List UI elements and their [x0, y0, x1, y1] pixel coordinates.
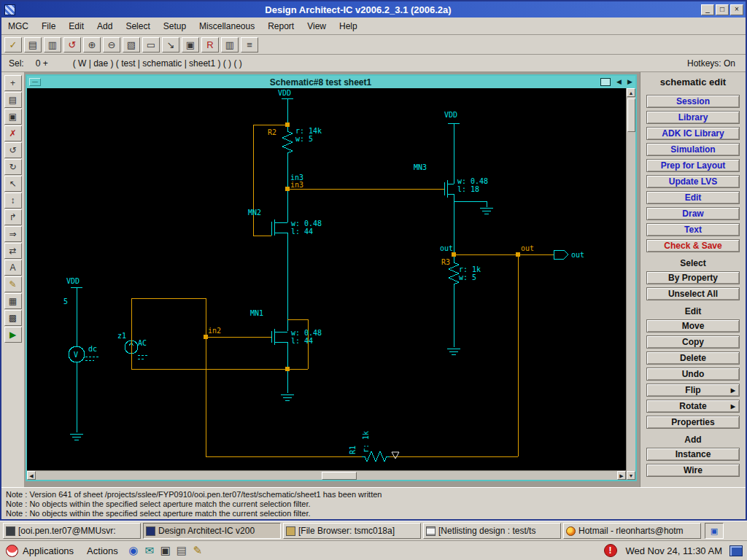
notepad-icon[interactable]: ≡: [241, 37, 258, 52]
stretch-icon[interactable]: ↕: [4, 192, 22, 209]
swap-icon[interactable]: ⇄: [4, 243, 22, 259]
save-sheet-icon[interactable]: ▥: [44, 37, 61, 52]
pointer-icon[interactable]: ↖: [4, 176, 22, 192]
close-button[interactable]: ×: [730, 4, 743, 15]
redo-icon[interactable]: ↻: [4, 159, 22, 175]
move-icon[interactable]: +: [4, 75, 22, 91]
flip-button[interactable]: Flip ▶: [646, 384, 740, 397]
delete-button[interactable]: Delete: [646, 351, 740, 365]
check-sheet-icon[interactable]: ✓: [4, 37, 22, 52]
horizontal-scrollbar[interactable]: ◀ ▶: [27, 470, 626, 480]
sheets-icon[interactable]: ▣: [182, 37, 199, 52]
scroll-up-icon[interactable]: ▲: [627, 88, 635, 97]
edit-button[interactable]: Edit: [646, 191, 740, 204]
undo-icon[interactable]: ↺: [4, 142, 22, 158]
taskbar-window-hotmail[interactable]: Hotmail - rleonharts@hotm: [563, 523, 701, 539]
by-property-button[interactable]: By Property: [646, 271, 740, 284]
adk-ic-library-button[interactable]: ADK IC Library: [646, 127, 740, 140]
run-icon[interactable]: ▶: [4, 327, 22, 343]
pan-icon[interactable]: ↘: [162, 37, 179, 52]
route-icon[interactable]: ↱: [4, 209, 22, 225]
minimize-button[interactable]: _: [701, 4, 714, 15]
property-r2-width: w: 5: [295, 135, 313, 143]
nav-forward-icon[interactable]: ▶: [624, 77, 635, 87]
taskbar-window-terminal[interactable]: [ooi.pen.ter07@MMUsvr:: [3, 523, 141, 539]
horizontal-scroll-thumb[interactable]: [322, 472, 357, 480]
grid-icon[interactable]: ▩: [4, 310, 22, 326]
nav-back-icon[interactable]: ◀: [614, 77, 624, 87]
printer-icon[interactable]: ▤: [174, 542, 190, 559]
window-menu-icon[interactable]: —: [29, 78, 41, 86]
library-button[interactable]: Library: [646, 111, 740, 124]
instance-button[interactable]: Instance: [646, 448, 740, 461]
select-sheet-icon[interactable]: ▤: [4, 92, 22, 108]
scroll-down-icon[interactable]: ▼: [627, 471, 635, 480]
instance-label-r2: R2: [268, 128, 276, 136]
actions-menu[interactable]: Actions: [80, 545, 125, 556]
add-instance-icon[interactable]: R: [201, 37, 219, 52]
prep-for-layout-button[interactable]: Prep for Layout: [646, 159, 740, 172]
probe-marker: [392, 452, 399, 459]
open-sheet-icon[interactable]: ▤: [24, 37, 42, 52]
copy-button[interactable]: Copy: [646, 335, 740, 349]
web-browser-icon[interactable]: ◉: [125, 542, 142, 559]
taskbar-window-file-browser[interactable]: [File Browser: tsmc018a]: [283, 523, 421, 539]
check-and-save-button[interactable]: Check & Save: [646, 239, 740, 252]
menu-setup[interactable]: Setup: [157, 19, 193, 34]
scroll-left-icon[interactable]: ◀: [27, 471, 36, 480]
menu-file[interactable]: File: [35, 19, 62, 34]
pencil-icon[interactable]: ✎: [4, 276, 22, 292]
applications-menu-icon[interactable]: [6, 545, 18, 557]
menu-select[interactable]: Select: [119, 19, 156, 34]
session-button[interactable]: Session: [646, 95, 740, 108]
tray-display-icon[interactable]: ▣: [705, 523, 724, 539]
properties-button[interactable]: Properties: [646, 416, 740, 429]
copy-icon[interactable]: ▣: [4, 109, 22, 125]
menu-mgc[interactable]: MGC: [1, 19, 35, 34]
viewport-icon[interactable]: [600, 78, 611, 86]
properties-icon[interactable]: ▦: [4, 293, 22, 309]
menu-view[interactable]: View: [301, 19, 333, 34]
unselect-all-button[interactable]: Unselect All: [646, 287, 740, 300]
bus-icon[interactable]: ⇒: [4, 226, 22, 242]
draw-button[interactable]: Draw: [646, 207, 740, 220]
alert-notification-icon[interactable]: !: [604, 544, 617, 557]
vertical-scrollbar[interactable]: ▲ ▼: [626, 88, 635, 480]
menu-edit[interactable]: Edit: [62, 19, 90, 34]
menu-add[interactable]: Add: [90, 19, 119, 34]
scroll-right-icon[interactable]: ▶: [617, 471, 626, 480]
submenu-arrow-icon: ▶: [731, 387, 735, 394]
columns-icon[interactable]: ▥: [221, 37, 239, 52]
monitor-icon[interactable]: ▣: [158, 542, 174, 559]
net-label-out-selected: out: [521, 244, 534, 252]
zoom-out-icon[interactable]: ⊖: [103, 37, 120, 52]
view-all-icon[interactable]: ▭: [142, 37, 160, 52]
move-button[interactable]: Move: [646, 319, 740, 332]
update-lvs-button[interactable]: Update LVS: [646, 175, 740, 188]
zoom-in-icon[interactable]: ⊕: [83, 37, 101, 52]
maximize-button[interactable]: □: [716, 4, 729, 15]
applications-menu[interactable]: Applications: [23, 545, 80, 556]
menu-miscellaneous[interactable]: Miscellaneous: [193, 19, 261, 34]
rotate-button[interactable]: Rotate ▶: [646, 400, 740, 413]
zoom-area-icon[interactable]: ▧: [123, 37, 140, 52]
menu-help[interactable]: Help: [333, 19, 364, 34]
undo-icon[interactable]: ↺: [63, 37, 81, 52]
text-icon[interactable]: A: [4, 260, 22, 276]
delete-icon[interactable]: ✗: [4, 125, 22, 141]
instance-label-z1: z1: [117, 332, 126, 340]
undo-button[interactable]: Undo: [646, 368, 740, 381]
vertical-scroll-thumb[interactable]: [627, 98, 635, 132]
taskbar-window-design-architect[interactable]: Design Architect-IC v200: [143, 523, 281, 539]
property-r2-resistance: r: 14k: [295, 127, 322, 135]
taskbar-window-netlisting[interactable]: [Netlisting design : test/ts: [423, 523, 561, 539]
simulation-button[interactable]: Simulation: [646, 143, 740, 156]
toolbar: ✓ ▤ ▥ ↺ ⊕ ⊖ ▧ ▭ ↘ ▣ R ▥ ≡: [1, 36, 746, 55]
wire-button[interactable]: Wire: [646, 464, 740, 477]
text-button[interactable]: Text: [646, 223, 740, 236]
office-writer-icon[interactable]: ✎: [190, 542, 206, 559]
menu-report[interactable]: Report: [261, 19, 301, 34]
schematic-canvas[interactable]: VDD R2 r: 14k w: 5 in3 in3 VDD MN3 w: 0.…: [27, 88, 626, 470]
screen-utility-icon[interactable]: [729, 545, 743, 556]
email-icon[interactable]: ✉: [142, 542, 158, 559]
